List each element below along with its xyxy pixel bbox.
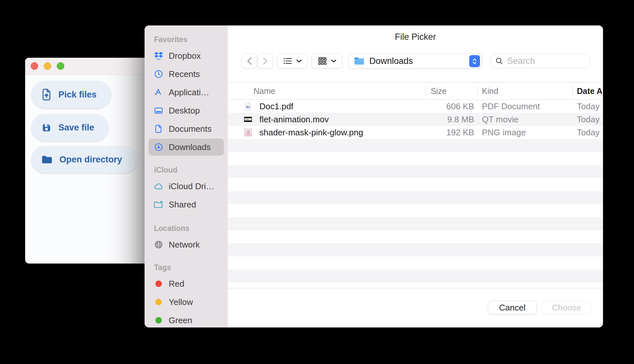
search-field[interactable] [490,54,590,68]
sidebar-section-tags: Tags [154,263,171,272]
file-row-flet-animation.mov[interactable]: flet-animation.mov9.8 MBQT movieToday [228,113,603,126]
sidebar-item-label: Green [169,315,192,326]
cancel-button[interactable]: Cancel [488,301,537,314]
sidebar-item-dropbox[interactable]: Dropbox [148,47,224,64]
column-header-kind[interactable]: Kind [482,83,547,99]
sidebar-item-network[interactable]: Network [148,236,224,253]
save-file-label: Save file [58,123,94,133]
sidebar-item-desktop[interactable]: Desktop [148,102,224,119]
save-icon [41,122,52,133]
sidebar-item-documents[interactable]: Documents [148,120,224,137]
dialog-title: File Picker [228,32,603,42]
column-header-name[interactable]: Name [254,83,417,99]
forward-button[interactable] [257,53,273,68]
empty-row [228,256,603,269]
dialog-content: File Picker [228,25,603,327]
dialog-footer: Cancel Choose [228,288,603,327]
file-row-shader-mask-pink-glow.png[interactable]: shader-mask-pink-glow.png192 KBPNG image… [228,126,603,139]
empty-row [228,282,603,288]
sidebar-item-icloud-dri-[interactable]: iCloud Dri… [148,178,224,195]
cloud-icon [154,181,163,191]
sidebar-item-label: Downloads [169,142,211,152]
group-view-button[interactable] [312,53,342,68]
sidebar-item-downloads[interactable]: Downloads [148,139,224,156]
header-divider [477,86,478,96]
save-file-button[interactable]: Save file [32,114,108,141]
folder-icon [41,155,53,164]
sidebar-item-label: Documents [169,124,212,134]
search-icon [495,57,503,65]
sidebar-item-label: Network [169,240,200,250]
empty-row [228,217,603,230]
appstore-icon [154,87,163,97]
file-picker-dialog: FavoritesDropboxRecentsApplicati…Desktop… [145,25,603,327]
file-name: Doc1.pdf [259,100,293,113]
choose-button[interactable]: Choose [542,301,591,314]
file-size: 192 KB [397,126,474,139]
sidebar-item-label: iCloud Dri… [169,181,214,191]
sidebar-item-label: Shared [169,200,196,210]
open-directory-label: Open directory [59,155,122,165]
file-date-added: Today [577,113,602,126]
empty-row [228,230,603,243]
open-directory-button[interactable]: Open directory [32,146,138,173]
sidebar-item-label: Recents [169,69,200,79]
document-icon [154,124,163,134]
sidebar-item-recents[interactable]: Recents [148,66,224,83]
mov-file-icon [244,113,252,126]
chevron-right-icon [262,57,269,65]
list-view-button[interactable] [277,53,308,68]
search-input[interactable] [507,56,579,66]
table-header: NameSizeKindDate Added [228,82,603,100]
app-titlebar [25,58,156,75]
back-button[interactable] [241,53,257,68]
desktop-icon [154,106,163,115]
tag-dot-icon [154,315,163,325]
column-header-size[interactable]: Size [431,83,470,99]
sidebar-item-yellow[interactable]: Yellow [148,294,224,311]
empty-row [228,269,603,282]
pick-files-label: Pick files [58,90,97,100]
file-kind: QT movie [482,113,570,126]
sidebar-item-label: Yellow [169,297,193,307]
pick-files-button[interactable]: Pick files [32,81,111,108]
folder-stepper-button[interactable] [469,55,480,67]
file-size: 606 KB [397,100,474,113]
file-date-added: Today [577,126,602,139]
file-row-Doc1.pdf[interactable]: Doc1.pdf606 KBPDF DocumentToday [228,100,603,113]
download-circle-icon [154,142,163,152]
sidebar-item-red[interactable]: Red [148,275,224,292]
traffic-light-minimize[interactable] [44,62,51,70]
clock-icon [154,69,163,79]
file-name: shader-mask-pink-glow.png [259,126,363,139]
empty-row [228,191,603,204]
sidebar: FavoritesDropboxRecentsApplicati…Desktop… [145,25,228,327]
sidebar-item-green[interactable]: Green [148,312,224,327]
empty-row [228,178,603,191]
current-folder-select[interactable]: Downloads [348,53,482,68]
file-date-added: Today [577,100,602,113]
sidebar-item-label: Desktop [169,106,200,116]
traffic-light-close[interactable] [31,62,38,70]
list-view-icon [283,57,292,65]
dropbox-icon [154,51,163,61]
folder-blue-icon [354,56,365,66]
file-list: Doc1.pdf606 KBPDF DocumentTodayflet-anim… [228,100,603,288]
traffic-light-zoom[interactable] [57,62,64,70]
document-upload-icon [41,88,52,101]
sidebar-item-label: Applicati… [169,87,209,98]
sidebar-item-label: Red [169,279,184,289]
sidebar-item-applicati-[interactable]: Applicati… [148,84,224,101]
sidebar-section-favorites: Favorites [154,35,187,44]
sidebar-item-shared[interactable]: Shared [148,196,224,213]
empty-row [228,243,603,256]
empty-row [228,204,603,217]
empty-row [228,139,603,152]
column-header-date-added[interactable]: Date Added [577,83,602,99]
sidebar-section-locations: Locations [154,224,190,233]
tag-dot-icon [154,297,163,307]
file-kind: PNG image [482,126,570,139]
file-name: flet-animation.mov [259,113,329,126]
header-divider [426,86,426,96]
flet-app-window: Pick files Save file Open directory [25,58,156,264]
